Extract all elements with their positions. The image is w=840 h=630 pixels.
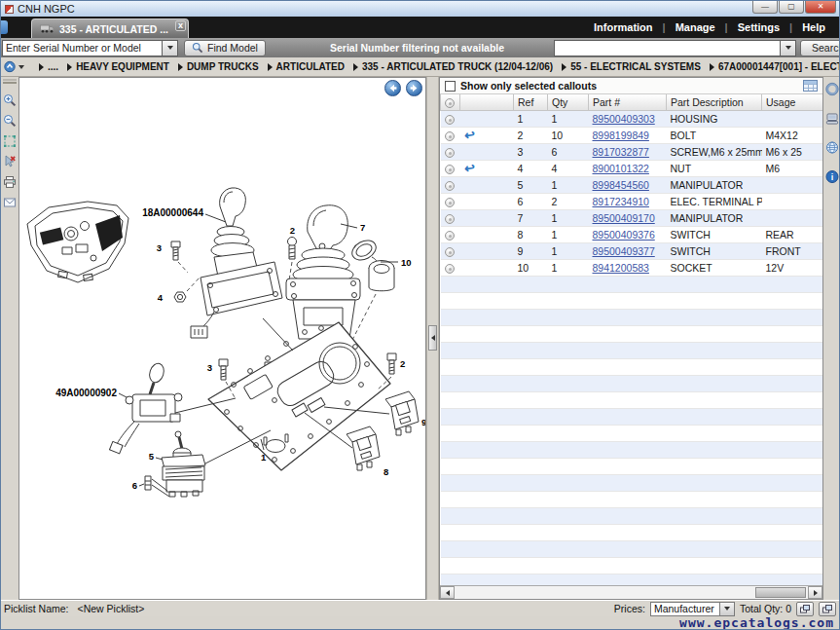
select-callout-radio[interactable] — [445, 165, 455, 174]
parts-row[interactable]: 1018941200583SOCKET12V — [441, 259, 823, 276]
part-number-link[interactable]: 8917234910 — [593, 196, 649, 207]
tab-335-articulated[interactable]: 335 - ARTICULATED ... x — [31, 19, 189, 38]
minimize-button[interactable]: — — [752, 1, 778, 14]
screw-callout-3[interactable] — [171, 241, 188, 273]
parts-diagram[interactable]: 18A00000644 — [19, 78, 425, 599]
scrollbar-thumb[interactable] — [755, 587, 806, 598]
picklist-value[interactable]: <New Picklist> — [78, 603, 145, 614]
serial-model-dropdown-button[interactable] — [162, 40, 178, 56]
part-number-link[interactable]: 8917032877 — [593, 146, 649, 158]
parts-row[interactable]: ↩2108998199849BOLTM4X12 — [441, 127, 823, 143]
nav-tree-icon[interactable] — [4, 60, 17, 73]
zoom-region-button[interactable] — [3, 134, 17, 148]
maximize-button[interactable]: ▢ — [779, 1, 804, 14]
parts-row[interactable]: 8189500409376SWITCHREAR — [441, 226, 823, 242]
splitter-collapse-handle[interactable] — [428, 325, 437, 351]
parts-row[interactable]: 518998454560MANIPULATOR — [441, 176, 823, 193]
close-button[interactable]: ✕ — [805, 1, 836, 14]
prices-dropdown-button[interactable] — [720, 602, 735, 616]
breadcrumb-item[interactable]: 335 - ARTICULATED TRUCK (12/04-12/06) — [362, 61, 553, 72]
horizontal-scrollbar[interactable] — [440, 585, 822, 599]
select-callout-radio[interactable] — [445, 231, 455, 241]
zoom-in-button[interactable] — [3, 93, 17, 107]
gear-shift-manipulator[interactable] — [191, 188, 282, 338]
find-model-button[interactable]: Find Model — [184, 40, 266, 56]
print-button[interactable] — [3, 175, 17, 189]
show-selected-label: Show only selected callouts — [460, 80, 597, 92]
select-callout-radio[interactable] — [445, 115, 455, 125]
toolbar-grip[interactable] — [3, 79, 17, 84]
menu-manage[interactable]: Manage — [666, 21, 725, 33]
deselect-button[interactable] — [3, 155, 17, 168]
part-number-link[interactable]: 89500409303 — [593, 113, 655, 125]
select-callout-radio[interactable] — [445, 264, 455, 274]
scroll-left-button[interactable] — [440, 586, 455, 599]
part-number-link[interactable]: 89500409377 — [593, 245, 655, 257]
breadcrumb-item[interactable]: HEAVY EQUIPMENT — [76, 61, 169, 72]
serial-model-input[interactable] — [2, 40, 162, 56]
zoom-out-button[interactable] — [3, 114, 17, 128]
select-callout-radio[interactable] — [445, 181, 455, 191]
table-view-icon[interactable] — [803, 80, 818, 92]
prices-select[interactable]: Manufacturer — [650, 602, 735, 616]
parts-row[interactable]: ↩448900101322NUTM6 — [441, 160, 823, 176]
col-ref[interactable]: Ref — [514, 94, 548, 110]
search-button[interactable]: Search — [800, 40, 840, 56]
scrollbar-track[interactable] — [455, 586, 808, 599]
tab-scroll-button[interactable] — [1, 20, 8, 34]
part-number-link[interactable]: 8998199849 — [593, 130, 649, 141]
col-description[interactable]: Part Description — [667, 94, 762, 110]
menu-help[interactable]: Help — [792, 21, 835, 33]
col-qty[interactable]: Qty — [548, 94, 589, 110]
console-housing[interactable] — [27, 202, 128, 282]
col-part[interactable]: Part # — [589, 94, 667, 110]
breadcrumb-item[interactable]: 67A00001447[001] - ELECTRICAL EQUIPMENTS… — [718, 61, 839, 72]
menu-settings[interactable]: Settings — [728, 21, 789, 33]
select-callout-radio[interactable] — [445, 131, 455, 141]
menu-information[interactable]: Information — [584, 21, 663, 33]
forward-button[interactable] — [406, 80, 422, 96]
email-button[interactable] — [3, 196, 17, 209]
tab-close-icon[interactable]: x — [175, 20, 186, 31]
chevron-down-icon[interactable] — [18, 65, 24, 69]
replacement-arrow-icon[interactable]: ↩ — [463, 128, 476, 141]
computer-tool-button[interactable] — [825, 111, 839, 125]
breadcrumb-item[interactable]: DUMP TRUCKS — [187, 61, 259, 72]
back-button[interactable] — [384, 80, 401, 96]
scroll-right-button[interactable] — [808, 586, 822, 599]
parts-row[interactable]: 9189500409377SWITCHFRONT — [441, 242, 823, 259]
parts-row[interactable]: 628917234910ELEC. TERMINAL PIN — [441, 193, 823, 209]
parts-row[interactable]: 368917032877SCREW,M6 x 25mmM6 x 25 — [441, 143, 823, 160]
diagram-panel[interactable]: 18A00000644 — [18, 77, 426, 600]
replacement-arrow-icon[interactable]: ↩ — [463, 161, 476, 174]
part-number-link[interactable]: 8900101322 — [593, 163, 649, 174]
breadcrumb-item[interactable]: ARTICULATED — [276, 61, 345, 72]
search-dropdown-button[interactable] — [780, 40, 796, 56]
search-input[interactable] — [554, 40, 780, 56]
breadcrumb-item[interactable]: .... — [48, 61, 58, 72]
breadcrumb-separator-icon — [178, 63, 183, 71]
panel-splitter[interactable] — [426, 77, 439, 600]
part-number-link[interactable]: 8941200583 — [593, 262, 649, 274]
show-selected-checkbox[interactable] — [445, 81, 456, 92]
parts-row[interactable]: 1189500409303HOUSING — [441, 110, 823, 127]
parts-row[interactable]: 7189500409170MANIPULATOR — [441, 209, 823, 226]
info-icon: i — [825, 169, 839, 184]
find-model-label: Find Model — [207, 42, 258, 54]
select-callout-radio[interactable] — [445, 247, 455, 257]
globe-tool-button[interactable] — [825, 140, 839, 154]
ring-tool-button[interactable] — [825, 82, 839, 95]
prices-value[interactable]: Manufacturer — [650, 602, 720, 616]
picklist-window-button[interactable] — [796, 602, 814, 616]
part-number-link[interactable]: 8998454560 — [593, 179, 649, 191]
export-window-button[interactable] — [819, 602, 836, 616]
select-callout-radio[interactable] — [445, 198, 455, 207]
select-callout-radio[interactable] — [445, 148, 455, 158]
nut-callout-4[interactable] — [174, 277, 201, 302]
col-usage[interactable]: Usage — [762, 94, 823, 110]
part-number-link[interactable]: 89500409170 — [593, 212, 655, 224]
select-callout-radio[interactable] — [445, 214, 455, 224]
breadcrumb-item[interactable]: 55 - ELECTRICAL SYSTEMS — [570, 61, 701, 72]
info-tool-button[interactable]: i — [825, 169, 839, 183]
part-number-link[interactable]: 89500409376 — [593, 229, 655, 241]
